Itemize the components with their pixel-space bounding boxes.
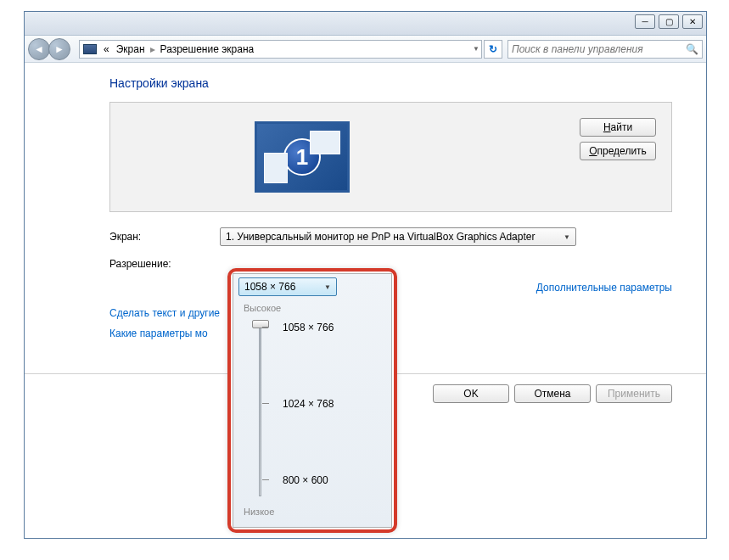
resolution-dropdown-value: 1058 × 766	[244, 281, 295, 293]
window-controls: ─ ▢ ✕	[635, 14, 703, 29]
navbar: ◄ ► « Экран ▸ Разрешение экрана ▼ ↻ 🔍	[25, 36, 706, 63]
nav-back-button[interactable]: ◄	[28, 38, 50, 60]
screen-dropdown-value: 1. Универсальный монитор не PnP на Virtu…	[226, 231, 535, 243]
resolution-popup-highlight: 1058 × 766 ▼ Высокое 1058 × 766 1024 × 7…	[227, 268, 397, 533]
slider-tick	[262, 479, 269, 480]
control-panel-icon	[83, 44, 97, 54]
cancel-button[interactable]: Отмена	[514, 384, 591, 403]
resolution-dropdown-open[interactable]: 1058 × 766 ▼	[238, 277, 337, 296]
screen-label: Экран:	[109, 231, 220, 243]
slider-option-0[interactable]: 1058 × 766	[283, 322, 334, 333]
titlebar: ─ ▢ ✕	[25, 12, 706, 36]
detect-button[interactable]: Определить	[580, 142, 656, 160]
monitor-actions: Найти Определить	[580, 118, 656, 160]
apply-button[interactable]: Применить	[596, 384, 672, 403]
maximize-button[interactable]: ▢	[659, 14, 679, 29]
monitor-window-decor	[310, 131, 340, 154]
screen-dropdown[interactable]: 1. Универсальный монитор не PnP на Virtu…	[220, 227, 576, 246]
slider-option-1[interactable]: 1024 × 768	[283, 398, 334, 410]
breadcrumb-resolution[interactable]: Разрешение экрана	[157, 43, 258, 55]
refresh-button[interactable]: ↻	[484, 40, 502, 59]
minimize-button[interactable]: ─	[635, 14, 655, 29]
monitor-window-decor2	[264, 153, 288, 183]
resolution-slider-track[interactable]	[259, 323, 261, 496]
breadcrumb-chevrons[interactable]: «	[100, 43, 113, 55]
address-bar[interactable]: « Экран ▸ Разрешение экрана ▼	[79, 40, 482, 59]
screen-row: Экран: 1. Универсальный монитор не PnP н…	[109, 227, 672, 246]
ok-button[interactable]: OK	[433, 384, 509, 403]
slider-tick	[262, 403, 269, 404]
slider-option-2[interactable]: 800 × 600	[283, 474, 328, 486]
search-icon[interactable]: 🔍	[686, 43, 698, 55]
page-title: Настройки экрана	[109, 76, 672, 90]
resolution-label: Разрешение:	[109, 258, 220, 270]
slider-tick	[262, 327, 269, 328]
chevron-down-icon: ▼	[564, 233, 570, 241]
address-dropdown-icon[interactable]: ▼	[473, 45, 479, 53]
slider-low-label: Низкое	[244, 507, 274, 517]
monitor-preview[interactable]: 1	[255, 121, 350, 193]
resolution-slider-area: Высокое 1058 × 766 1024 × 768 800 × 600 …	[244, 303, 381, 517]
breadcrumb-screen[interactable]: Экран	[113, 43, 149, 55]
monitor-preview-box: 1 Найти Определить	[109, 102, 672, 212]
close-button[interactable]: ✕	[682, 14, 703, 29]
nav-forward-button[interactable]: ►	[48, 38, 70, 60]
resolution-popup: 1058 × 766 ▼ Высокое 1058 × 766 1024 × 7…	[233, 273, 392, 528]
slider-high-label: Высокое	[244, 303, 381, 313]
find-button[interactable]: Найти	[580, 118, 656, 137]
search-box[interactable]: 🔍	[507, 40, 703, 59]
chevron-down-icon: ▼	[324, 283, 331, 291]
search-input[interactable]	[512, 43, 698, 55]
breadcrumb-separator: ▸	[149, 43, 157, 55]
